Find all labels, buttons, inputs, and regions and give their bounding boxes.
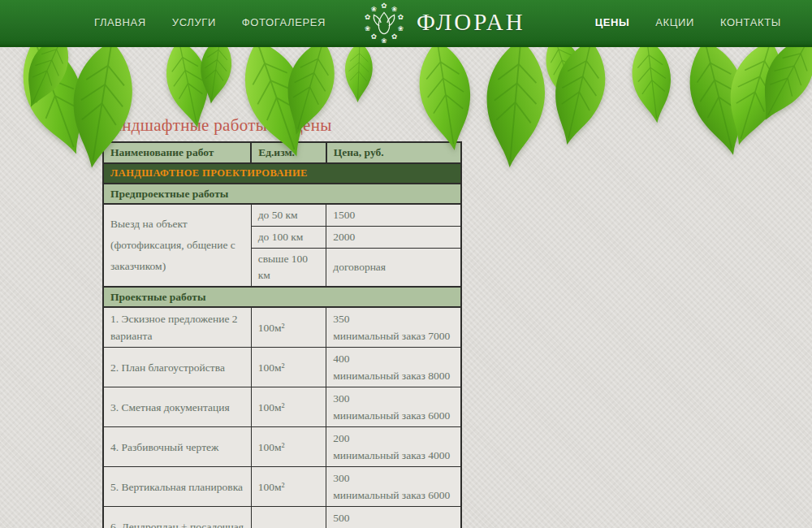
col-header-unit: Ед.изм. [251,142,326,163]
price-cell: 500 минимальный заказ 10000 [326,507,461,528]
unit-cell: 100м² [251,467,326,507]
price-table: Наименование работ Ед.изм. Цена, руб. ЛА… [102,141,462,528]
nav-item-home[interactable]: ГЛАВНАЯ [94,16,146,28]
col-header-work-name: Наименование работ [103,142,251,163]
unit-cell: 100м² [251,307,326,348]
subsection-title: Проектные работы [103,287,461,307]
svg-text:✿: ✿ [398,13,404,21]
col-header-price: Цена, руб. [326,142,461,163]
price-note: минимальный заказ 8000 [333,367,454,384]
unit-cell: до 50 км [251,204,326,227]
work-name-cell: 2. План благоустройства [103,348,251,387]
nav-item-prices[interactable]: ЦЕНЫ [595,16,630,28]
price-value: 500 [333,509,454,526]
table-row: 4. Разбивочный чертеж 100м² 200 минималь… [103,427,461,467]
floral-wreath-icon: ✿❀✿ ❀✿❀ ✿❀✿ ❀ [361,0,407,45]
subsection-title: Предпроектные работы [103,184,461,204]
price-cell: 2000 [326,227,461,249]
price-cell: 300 минимальный заказ 6000 [326,467,461,507]
unit-cell: 100м² [251,348,326,387]
unit-cell: свыше 100 км [251,249,326,288]
unit-cell: 100м² [251,427,326,467]
price-cell: договорная [326,249,461,288]
work-name-cell: 4. Разбивочный чертеж [103,427,251,467]
logo-text: ФЛОРАН [417,9,525,36]
price-value: 350 [333,310,454,327]
svg-text:✿: ✿ [391,32,397,41]
price-value: 400 [333,350,454,367]
price-value: 200 [333,430,454,447]
price-cell: 1500 [326,204,461,227]
site-header: ГЛАВНАЯ УСЛУГИ ФОТОГАЛЕРЕЯ ✿❀✿ ❀✿❀ ✿❀✿ ❀… [0,0,812,47]
price-value: 300 [333,470,454,487]
work-name-cell: 1. Эскизное предложение 2 варианта [103,307,251,348]
table-row: Выезд на объект (фотофиксация, общение с… [103,204,461,227]
table-row: 1. Эскизное предложение 2 варианта 100м²… [103,307,461,348]
table-row: 3. Сметная документация 100м² 300 минима… [103,387,461,427]
content-area: Ландшафтные работы — цены Наименование р… [102,115,462,528]
table-row: 5. Вертикальная планировка 100м² 300 мин… [103,467,461,507]
work-name-cell: 3. Сметная документация [103,387,251,427]
unit-cell: до 100 км [251,227,326,249]
svg-text:❀: ❀ [398,24,404,32]
nav-item-promotions[interactable]: АКЦИИ [655,16,694,28]
svg-text:✿: ✿ [365,13,370,21]
svg-text:❀: ❀ [391,4,397,12]
main-nav: ГЛАВНАЯ УСЛУГИ ФОТОГАЛЕРЕЯ ✿❀✿ ❀✿❀ ✿❀✿ ❀… [0,0,812,45]
section-title: ЛАНДШАФТНОЕ ПРОЕКТИРОВАНИЕ [103,163,461,184]
svg-text:✿: ✿ [371,32,377,41]
nav-item-contacts[interactable]: КОНТАКТЫ [720,16,781,28]
svg-text:❀: ❀ [381,37,387,45]
table-header-row: Наименование работ Ед.изм. Цена, руб. [103,142,461,163]
table-row: 6. Дендроплан + посадочная ведомость 100… [103,507,461,528]
work-name-cell: 6. Дендроплан + посадочная ведомость [103,507,251,528]
price-note: минимальный заказ 6000 [333,487,454,504]
page-title: Ландшафтные работы — цены [102,115,462,136]
logo[interactable]: ✿❀✿ ❀✿❀ ✿❀✿ ❀ ФЛОРАН [361,0,525,45]
price-value: 300 [333,390,454,407]
section-row: ЛАНДШАФТНОЕ ПРОЕКТИРОВАНИЕ [103,163,461,184]
price-note: минимальный заказ 6000 [333,407,454,424]
svg-text:✿: ✿ [381,1,387,9]
price-cell: 350 минимальный заказ 7000 [326,307,461,348]
price-cell: 300 минимальный заказ 6000 [326,387,461,427]
work-name-cell: 5. Вертикальная планировка [103,467,251,507]
table-row: 2. План благоустройства 100м² 400 минима… [103,348,461,387]
work-name-cell: Выезд на объект (фотофиксация, общение с… [103,204,251,287]
unit-cell: 100м² [251,507,326,528]
nav-item-gallery[interactable]: ФОТОГАЛЕРЕЯ [242,16,326,28]
subsection-row: Предпроектные работы [103,184,461,204]
svg-text:❀: ❀ [365,24,370,32]
subsection-row: Проектные работы [103,287,461,307]
unit-cell: 100м² [251,387,326,427]
svg-text:❀: ❀ [371,4,377,12]
price-cell: 400 минимальный заказ 8000 [326,348,461,387]
price-note: минимальный заказ 7000 [333,327,454,344]
nav-item-services[interactable]: УСЛУГИ [172,16,216,28]
price-note: минимальный заказ 4000 [333,447,454,464]
price-cell: 200 минимальный заказ 4000 [326,427,461,467]
